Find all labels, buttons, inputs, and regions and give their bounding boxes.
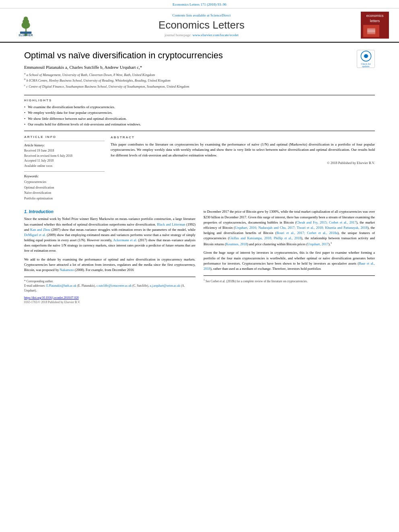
- journal-title: Economics Letters: [48, 19, 355, 31]
- ref-urquhart: Urquhart, 2016; Nadarajah and Chu, 2017;…: [235, 226, 367, 230]
- highlight-item: We show little difference between naïve …: [24, 116, 375, 122]
- article-title-text: Optimal vs naïve diversification in cryp…: [24, 50, 351, 91]
- journal-top-bar: Economics Letters 171 (2018) 93–96: [0, 0, 399, 8]
- footnote-area: * Corresponding author. E-mail addresses…: [24, 277, 195, 304]
- journal-logo-right: economics letters: [359, 12, 391, 39]
- issn-line: 0165-1765/© 2018 Published by Elsevier B…: [24, 300, 195, 304]
- highlight-item: Our results hold for different levels of…: [24, 121, 375, 127]
- content-area: Optimal vs naïve diversification in cryp…: [0, 43, 399, 308]
- date-online: Available online xxxx: [24, 164, 105, 169]
- journal-homepage: journal homepage: www.elsevier.com/locat…: [48, 33, 355, 37]
- affiliations: a a School of Management, University of …: [24, 72, 351, 89]
- ref-black-litterman: Black and Litterman: [157, 222, 185, 226]
- doi-link: https://doi.org/10.1016/j.econlet.2018.0…: [24, 296, 195, 300]
- authors: Emmanouil Platanakis a, Charles Sutcliff…: [24, 65, 351, 70]
- sciencedirect-label: Contents lists available at ScienceDirec…: [48, 13, 355, 17]
- affiliation-c: c c Centre of Digital Finance, Southampt…: [24, 83, 351, 89]
- ref-gkillas: Gkillas and Katsiampa, 2018; Phillip et …: [229, 236, 301, 240]
- footnote1-text: 1 See Corbet et al. (2018b) for a comple…: [204, 278, 375, 283]
- page: Economics Letters 171 (2018) 93–96 ELSEV…: [0, 0, 399, 532]
- abstract-body: This paper contributes to the literature…: [111, 142, 375, 157]
- homepage-url[interactable]: www.elsevier.com/locate/ecolet: [193, 33, 239, 37]
- main-content: 1. Introduction Since the seminal work b…: [24, 209, 375, 304]
- article-dates: Received 19 June 2018 Received in revise…: [24, 148, 105, 172]
- keyword: Optimal diversification: [24, 185, 105, 191]
- email-sutcliffe[interactable]: c.sutcliffe@icmacentre.ac.uk: [97, 284, 132, 288]
- abstract-col: ABSTRACT This paper contributes to the l…: [111, 135, 375, 205]
- article-info-label: ARTICLE INFO: [24, 135, 105, 139]
- highlight-item: We examine the diversification benefits …: [24, 104, 375, 110]
- right-footnote-area: 1 See Corbet et al. (2018b) for a comple…: [204, 275, 375, 283]
- ref-cheah: Cheah and Fry, 2015; Corbet et al., 2017: [296, 220, 356, 224]
- keywords-list: Cryptocurrencies Optimal diversification…: [24, 179, 105, 201]
- email-urquhart[interactable]: a.j.urquhart@soton.ac.uk: [150, 284, 180, 288]
- copyright-line: © 2018 Published by Elsevier B.V.: [111, 160, 375, 166]
- article-title: Optimal vs naïve diversification in cryp…: [24, 50, 351, 62]
- abstract-text: ABSTRACT This paper contributes to the l…: [111, 135, 375, 166]
- right-column: to December 2017 the price of Bitcoin gr…: [204, 209, 375, 304]
- check-updates-icon: [360, 50, 372, 62]
- ref-kan-zhou: Kan and Zhou: [30, 228, 50, 232]
- check-updates-label: Check for updates: [357, 63, 374, 68]
- email-platanakis[interactable]: E.Platanakis@bath.ac.uk: [46, 284, 76, 288]
- footnote-asterisk: *: [24, 279, 26, 283]
- sciencedirect-link-text: ScienceDirect: [210, 13, 230, 17]
- right-para2: Given the huge surge of interest by inve…: [204, 250, 375, 271]
- ref-urquhart2017: Urquhart, 2017: [308, 242, 329, 246]
- highlights-section: HIGHLIGHTS We examine the diversificatio…: [24, 95, 375, 131]
- ref-baur: Baur et al., 2018: [204, 261, 375, 271]
- article-info-abstract: ARTICLE INFO Article history: Received 1…: [24, 135, 375, 205]
- check-updates-badge: Check for updates: [357, 50, 375, 68]
- keyword: Naïve diversification: [24, 190, 105, 196]
- keywords-label: Keywords:: [24, 174, 105, 178]
- journal-header-center: Contents lists available at ScienceDirec…: [48, 12, 355, 39]
- affiliation-a: a a School of Management, University of …: [24, 72, 351, 78]
- footnote-corresponding: * Corresponding author.: [24, 279, 195, 283]
- highlight-item: We employ weekly data for four popular c…: [24, 110, 375, 116]
- ref-demiguel: DeMiguel et al.: [24, 233, 46, 237]
- doi-url[interactable]: https://doi.org/10.1016/j.econlet.2018.0…: [24, 296, 79, 300]
- date-received: Received 19 June 2018: [24, 148, 105, 154]
- keyword: Cryptocurrencies: [24, 179, 105, 185]
- svg-rect-5: [20, 31, 31, 33]
- svg-point-11: [364, 54, 368, 58]
- svg-rect-7: [367, 28, 375, 34]
- svg-point-4: [24, 16, 28, 21]
- journal-header: ELSEVIER Contents lists available at Sci…: [0, 8, 399, 43]
- article-history-label: Article history:: [24, 143, 105, 147]
- ref-nakamoto: Nakamoto: [60, 268, 74, 272]
- footnote-corresponding-label: Corresponding author.: [27, 279, 53, 283]
- date-revised: Received in revised form 6 July 2018: [24, 154, 105, 159]
- ref-koutmos: Koutmos, 2018: [226, 242, 247, 246]
- article-history: Article history: Received 19 June 2018 R…: [24, 141, 105, 201]
- ref-bouri: Bouri et al., 2017; Corbet et al., 2018a: [276, 231, 337, 235]
- elsevier-logo-svg: ELSEVIER: [10, 13, 42, 37]
- economics-letters-badge: economics letters: [361, 12, 389, 39]
- intro-para2: We add to the debate by examining the pe…: [24, 257, 195, 273]
- introduction-title: 1. Introduction: [24, 209, 195, 214]
- article-title-section: Optimal vs naïve diversification in cryp…: [24, 50, 375, 91]
- ref-corbet-review: Corbet et al. (2018b): [211, 279, 236, 283]
- keyword: Portfolio optimization: [24, 196, 105, 201]
- right-para1: to December 2017 the price of Bitcoin gr…: [204, 209, 375, 247]
- abstract-label: ABSTRACT: [111, 135, 375, 140]
- footnote-emails: E-mail addresses: E.Platanakis@bath.ac.u…: [24, 283, 195, 293]
- affiliation-b: b b ICMA Centre, Henley Business School,…: [24, 77, 351, 83]
- authors-text: Emmanouil Platanakis a, Charles Sutcliff…: [24, 65, 142, 70]
- elsevier-logo-container: ELSEVIER: [8, 12, 44, 39]
- badge-icon: [365, 26, 377, 36]
- highlights-label: HIGHLIGHTS: [24, 99, 375, 102]
- highlights-list: We examine the diversification benefits …: [24, 104, 375, 127]
- intro-para1: Since the seminal work by Nobel Prize wi…: [24, 216, 195, 253]
- journal-ref: Economics Letters 171 (2018) 93–96: [173, 2, 226, 6]
- svg-text:ELSEVIER: ELSEVIER: [19, 34, 33, 37]
- article-info-col: ARTICLE INFO Article history: Received 1…: [24, 135, 105, 205]
- left-column: 1. Introduction Since the seminal work b…: [24, 209, 195, 304]
- ref-ackermann: Ackermann et al.: [113, 238, 137, 242]
- email-label: E-mail addresses:: [24, 284, 45, 288]
- date-accepted: Accepted 11 July 2018: [24, 158, 105, 164]
- homepage-prefix: journal homepage:: [165, 33, 191, 37]
